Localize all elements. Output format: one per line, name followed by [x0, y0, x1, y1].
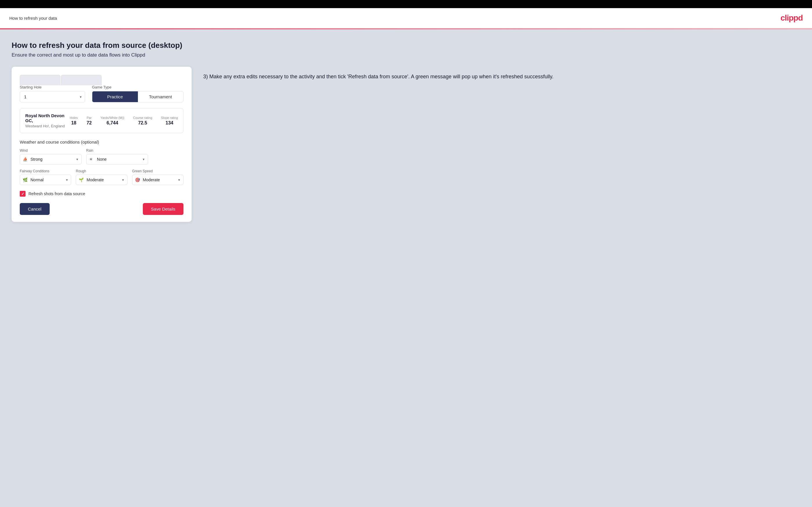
wind-label: Wind — [20, 149, 82, 153]
starting-hole-label: Starting Hole — [20, 85, 85, 89]
wind-rain-row: Wind ⛵ Strong ▼ Rain ☀ None — [20, 149, 184, 164]
refresh-checkbox-row: Refresh shots from data source — [20, 191, 184, 196]
green-speed-group: Green Speed 🎯 Moderate ▼ — [132, 169, 184, 185]
tab-preview — [20, 75, 184, 85]
course-info: Royal North Devon GC, Westward Ho!, Engl… — [25, 113, 70, 128]
fairway-select[interactable]: Normal — [20, 175, 71, 185]
starting-hole-group: Starting Hole 1 ▼ — [20, 85, 85, 102]
rain-select-wrapper: ☀ None ▼ — [86, 154, 148, 164]
yards-value: 6,744 — [107, 120, 118, 126]
green-speed-select-wrapper: 🎯 Moderate ▼ — [132, 175, 184, 185]
content-layout: Starting Hole 1 ▼ Game Type Practice Tou… — [12, 67, 800, 222]
green-speed-label: Green Speed — [132, 169, 184, 173]
wind-select[interactable]: Strong — [20, 154, 82, 164]
page-subtitle: Ensure the correct and most up to date d… — [12, 52, 800, 58]
wind-group: Wind ⛵ Strong ▼ — [20, 149, 82, 164]
header-title: How to refresh your data — [9, 16, 57, 20]
save-details-button[interactable]: Save Details — [143, 203, 184, 215]
course-rating-value: 72.5 — [138, 120, 147, 126]
holes-label: Holes — [70, 116, 78, 119]
fairway-group: Fairway Conditions 🌿 Normal ▼ — [20, 169, 71, 185]
sidebar-text: 3) Make any extra edits necessary to the… — [203, 67, 800, 81]
form-actions: Cancel Save Details — [20, 203, 184, 215]
tab-item-1 — [20, 75, 60, 85]
refresh-checkbox-label: Refresh shots from data source — [29, 191, 85, 196]
yards-label: Yards/White (M)) — [100, 116, 124, 119]
tournament-button[interactable]: Tournament — [138, 91, 184, 102]
practice-button[interactable]: Practice — [92, 91, 138, 102]
rain-label: Rain — [86, 149, 148, 153]
stat-par: Par 72 — [87, 116, 92, 126]
course-stats: Holes 18 Par 72 Yards/White (M)) 6,744 C… — [70, 116, 178, 126]
holes-value: 18 — [71, 120, 77, 126]
sidebar-description: 3) Make any extra edits necessary to the… — [203, 72, 800, 81]
game-type-label: Game Type — [92, 85, 184, 89]
par-value: 72 — [87, 120, 92, 126]
rough-select-wrapper: 🌱 Moderate ▼ — [76, 175, 127, 185]
fairway-label: Fairway Conditions — [20, 169, 71, 173]
top-bar — [0, 0, 812, 8]
course-location: Westward Ho!, England — [25, 124, 70, 128]
tab-item-2 — [61, 75, 102, 85]
rain-select[interactable]: None — [86, 154, 148, 164]
stat-holes: Holes 18 — [70, 116, 78, 126]
slope-rating-label: Slope rating — [161, 116, 178, 119]
fairway-select-wrapper: 🌿 Normal ▼ — [20, 175, 71, 185]
course-rating-label: Course rating — [133, 116, 152, 119]
rough-select[interactable]: Moderate — [76, 175, 127, 185]
main-content: How to refresh your data from source (de… — [0, 29, 812, 507]
course-name: Royal North Devon GC, — [25, 113, 70, 123]
rough-group: Rough 🌱 Moderate ▼ — [76, 169, 127, 185]
cancel-button[interactable]: Cancel — [20, 203, 50, 215]
starting-hole-select-wrapper: 1 ▼ — [20, 91, 85, 102]
conditions-title: Weather and course conditions (optional) — [20, 139, 184, 145]
refresh-checkbox-icon — [20, 191, 26, 196]
logo: clippd — [781, 13, 803, 22]
course-conditions-row: Fairway Conditions 🌿 Normal ▼ Rough 🌱 — [20, 169, 184, 185]
par-label: Par — [87, 116, 92, 119]
course-card: Royal North Devon GC, Westward Ho!, Engl… — [20, 108, 184, 133]
rough-label: Rough — [76, 169, 127, 173]
stat-yards: Yards/White (M)) 6,744 — [100, 116, 124, 126]
starting-hole-select[interactable]: 1 — [20, 91, 85, 102]
header: How to refresh your data clippd — [0, 8, 812, 29]
green-speed-select[interactable]: Moderate — [132, 175, 184, 185]
form-panel: Starting Hole 1 ▼ Game Type Practice Tou… — [12, 67, 192, 222]
slope-rating-value: 134 — [165, 120, 173, 126]
form-top-row: Starting Hole 1 ▼ Game Type Practice Tou… — [20, 85, 184, 102]
game-type-group: Game Type Practice Tournament — [92, 85, 184, 102]
rain-spacer — [153, 149, 184, 164]
stat-slope-rating: Slope rating 134 — [161, 116, 178, 126]
stat-course-rating: Course rating 72.5 — [133, 116, 152, 126]
rain-group: Rain ☀ None ▼ — [86, 149, 148, 164]
game-type-buttons: Practice Tournament — [92, 91, 184, 102]
wind-select-wrapper: ⛵ Strong ▼ — [20, 154, 82, 164]
page-title: How to refresh your data from source (de… — [12, 41, 800, 50]
